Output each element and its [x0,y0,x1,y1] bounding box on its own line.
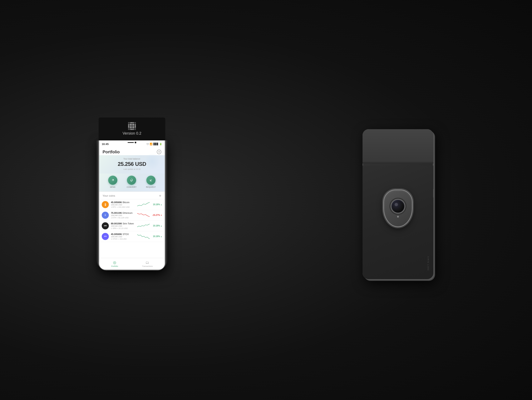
action-buttons: SEND CONVERT [99,174,165,192]
convert-button[interactable]: CONVERT [127,176,137,188]
eth-sparkline [137,212,150,218]
settings-button[interactable]: ⚙ [157,150,161,154]
status-icons: 🛡 📶 ▊▊▊ 🔋 [146,143,162,145]
stox-sparkline [137,233,150,240]
srn-pct: 10.18% ▲ [152,225,162,227]
nav-portfolio[interactable]: ◎ Portfolio [111,260,118,267]
eth-rate: 1 ETH = 82,128 USD [111,217,135,219]
request-button[interactable]: REQUEST [146,176,156,188]
svg-line-2 [132,179,132,179]
balance-update: Last update at 15:32 [102,168,161,170]
stox-name: STOX [123,233,129,235]
coins-section: Your coins + ₿ 45.005696 Bitcoin [99,192,165,258]
scene: Version 0.2 16:45 🛡 📶 ▊▊▊ 🔋 [0,0,532,400]
eth-pct: -15.27% ▼ [152,214,162,216]
btc-amount: 45.005696 [111,201,122,204]
balance-section: Your total balance: 25.256 USD Last upda… [99,155,165,174]
btc-rate: 1 BTC = 222,263 USD [111,206,135,208]
eth-change: -15.27% ▼ [152,214,162,216]
wifi-icon: 📶 [150,143,152,145]
battery-icon: 🔋 [159,143,162,145]
brand-mark: SIRIN LABS [427,256,429,271]
coins-title: Your coins [102,194,115,197]
portfolio-title: Portfolio [102,150,120,154]
phone-screen: 16:45 🛡 📶 ▊▊▊ 🔋 [99,140,165,269]
request-label: REQUEST [146,186,156,188]
send-icon-circle [108,176,117,185]
portfolio-nav-label: Portfolio [111,265,118,267]
btc-info: 45.005696 Bitcoin 158,546 USD 1 BTC = 22… [111,201,135,208]
transactions-nav-icon: 🗂 [146,260,149,265]
portfolio-nav-icon: ◎ [113,260,116,265]
eth-amount: 75.001196 [111,212,122,214]
transactions-nav-label: Transactions [142,265,152,267]
convert-label: CONVERT [127,186,137,188]
eth-info: 75.001196 Ethereum 158,546 USD 1 ETH = 8… [111,212,135,219]
btc-icon: ₿ [102,201,109,208]
app-content: Portfolio ⚙ Your total balance: 25.256 U… [99,148,165,269]
app-header: Portfolio ⚙ [99,148,165,155]
eth-icon: Ξ [102,212,109,219]
camera-lens [391,199,405,213]
coin-item-stox[interactable]: STX 45.005696 STOX 158,546 USD 1 STOX = … [99,231,165,242]
btc-usd: 158,546 USD [111,204,135,206]
shield-icon: 🛡 [146,143,149,145]
logo-grid [128,122,136,130]
status-time: 16:45 [102,143,109,146]
phone-top-display: Version 0.2 [99,118,165,140]
convert-arrows-icon [130,178,133,182]
stox-usd: 158,546 USD [111,236,135,238]
phone-back: SIRIN LABS [362,129,433,279]
btc-change: 10.18% ▲ [152,203,162,206]
camera-module [381,188,415,229]
request-arrow-icon [149,178,153,182]
phone-body: 16:45 🛡 📶 ▊▊▊ 🔋 [99,140,165,270]
srn-icon: SRN [102,222,109,229]
srn-change: 10.18% ▲ [152,225,162,227]
convert-icon-circle [127,176,136,185]
add-coin-button[interactable]: + [159,194,161,198]
stox-change: 10.18% ▲ [152,235,162,238]
stox-rate: 1 STOX = 222,263 [111,238,135,240]
balance-label: Your total balance: [102,158,161,160]
send-label: SEND [110,186,115,188]
stox-pct: 10.18% ▲ [152,235,162,238]
srn-info: 89.001598 Sirin Token 158,546 USD 1 SRN … [111,222,135,229]
back-top-module [362,129,433,162]
side-button-right[interactable] [433,189,433,198]
srn-name: Sirin Token [123,222,134,225]
send-arrow-icon [111,178,115,182]
notch [124,140,140,144]
stox-info: 45.005696 STOX 158,546 USD 1 STOX = 222,… [111,233,135,240]
phone-front: Version 0.2 16:45 🛡 📶 ▊▊▊ 🔋 [99,118,165,270]
notch-speaker [127,142,134,143]
bottom-nav: ◎ Portfolio 🗂 Transactions [99,258,165,269]
balance-amount: 25.256 USD [102,161,161,167]
camera-led [397,216,399,218]
svg-line-0 [112,179,114,181]
srn-rate: 1 SRN = 22,13 USD [111,227,135,229]
srn-usd: 158,546 USD [111,225,135,227]
coin-item-eth[interactable]: Ξ 75.001196 Ethereum 158,546 USD 1 ETH =… [99,210,165,221]
btc-sparkline [137,201,150,208]
coin-item-btc[interactable]: ₿ 45.005696 Bitcoin 158,546 USD 1 BTC = … [99,199,165,210]
srn-amount: 89.001598 [111,222,122,225]
btc-pct: 10.18% ▲ [152,203,162,206]
nav-transactions[interactable]: 🗂 Transactions [142,260,152,267]
btc-name: Bitcoin [123,201,129,204]
phone-back-body: SIRIN LABS [362,129,433,279]
signal-icon: ▊▊▊ [153,143,158,145]
svg-line-3 [150,179,152,181]
coins-header: Your coins + [99,192,165,199]
stox-amount: 45.005696 [111,233,122,235]
version-text: Version 0.2 [123,131,141,136]
send-button[interactable]: SEND [108,176,117,188]
request-icon-circle [146,176,156,185]
eth-usd: 158,546 USD [111,214,135,216]
status-bar: 16:45 🛡 📶 ▊▊▊ 🔋 [99,140,165,148]
stox-icon: STX [102,233,109,240]
coin-item-srn[interactable]: SRN 89.001598 Sirin Token 158,546 USD 1 … [99,221,165,231]
srn-sparkline [137,223,150,229]
eth-name: Ethereum [123,212,133,214]
camera-shield [383,190,412,227]
